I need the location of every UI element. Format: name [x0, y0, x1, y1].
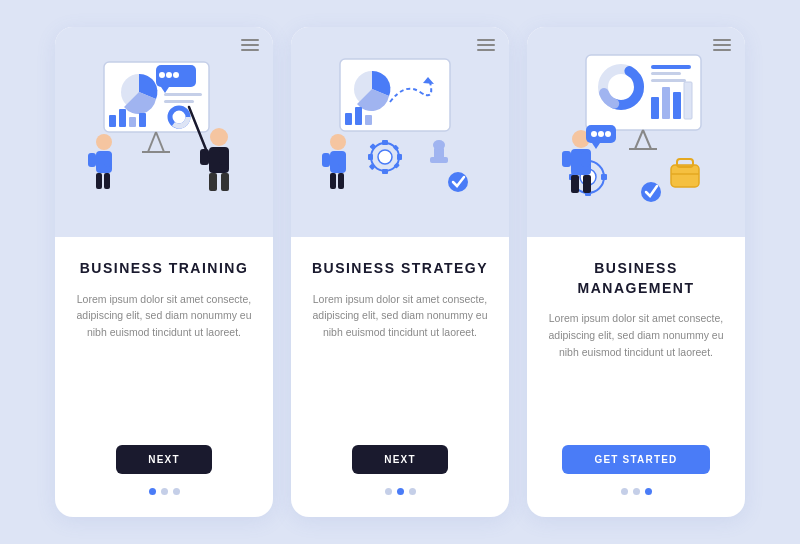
svg-rect-23: [104, 173, 110, 189]
svg-rect-64: [684, 82, 692, 119]
svg-rect-39: [397, 154, 402, 160]
dot-1: [149, 488, 156, 495]
svg-rect-66: [651, 72, 681, 75]
card-training: Business Training Lorem ipsum dolor sit …: [55, 27, 273, 517]
svg-point-18: [96, 134, 112, 150]
svg-point-80: [641, 182, 661, 202]
svg-marker-88: [592, 143, 600, 149]
card-illustration-training: [55, 27, 273, 237]
svg-rect-61: [651, 97, 659, 119]
dot-3: [173, 488, 180, 495]
svg-rect-65: [651, 65, 691, 69]
svg-rect-9: [109, 115, 116, 127]
svg-line-15: [148, 132, 156, 152]
svg-rect-55: [355, 107, 362, 125]
svg-point-90: [598, 131, 604, 137]
dot-2: [397, 488, 404, 495]
dot-3: [409, 488, 416, 495]
svg-point-4: [166, 72, 172, 78]
svg-rect-53: [338, 173, 344, 189]
dots-training: [149, 488, 180, 495]
svg-line-16: [156, 132, 164, 152]
dots-management: [621, 488, 652, 495]
next-button-training[interactable]: Next: [116, 445, 211, 474]
svg-line-69: [643, 130, 651, 149]
svg-rect-8: [164, 100, 194, 103]
svg-point-5: [173, 72, 179, 78]
card-strategy: Business Strategy Lorem ipsum dolor sit …: [291, 27, 509, 517]
svg-point-46: [433, 140, 445, 150]
svg-rect-21: [104, 153, 112, 167]
card-body-management: Business Management Lorem ipsum dolor si…: [527, 237, 745, 517]
get-started-button[interactable]: Get Started: [562, 445, 709, 474]
svg-rect-85: [571, 175, 579, 193]
card-body-strategy: Business Strategy Lorem ipsum dolor sit …: [291, 237, 509, 517]
svg-rect-7: [164, 93, 202, 96]
svg-rect-27: [219, 149, 228, 165]
svg-point-48: [330, 134, 346, 150]
svg-rect-20: [88, 153, 96, 167]
illustration-training: [74, 37, 254, 227]
next-button-strategy[interactable]: Next: [352, 445, 447, 474]
svg-rect-38: [368, 154, 373, 160]
card-desc-training: Lorem ipsum dolor sit amet consecte, adi…: [75, 291, 253, 427]
cards-container: Business Training Lorem ipsum dolor sit …: [35, 7, 765, 537]
svg-rect-62: [662, 87, 670, 119]
card-desc-strategy: Lorem ipsum dolor sit amet consecte, adi…: [311, 291, 489, 427]
svg-rect-77: [671, 165, 699, 187]
svg-rect-28: [209, 173, 217, 191]
svg-rect-11: [129, 117, 136, 127]
card-title-strategy: Business Strategy: [312, 259, 488, 279]
svg-rect-22: [96, 173, 102, 189]
illustration-strategy: [310, 37, 490, 227]
svg-rect-51: [338, 153, 346, 167]
dots-strategy: [385, 488, 416, 495]
card-body-training: Business Training Lorem ipsum dolor sit …: [55, 237, 273, 517]
svg-rect-54: [345, 113, 352, 125]
svg-rect-86: [583, 175, 591, 193]
svg-rect-50: [322, 153, 330, 167]
svg-line-68: [635, 130, 643, 149]
svg-point-47: [448, 172, 468, 192]
svg-point-35: [378, 150, 392, 164]
svg-point-91: [605, 131, 611, 137]
svg-point-24: [210, 128, 228, 146]
svg-point-3: [159, 72, 165, 78]
dot-1: [385, 488, 392, 495]
svg-rect-37: [382, 169, 388, 174]
svg-rect-76: [601, 174, 607, 180]
card-desc-management: Lorem ipsum dolor sit amet consecte, adi…: [547, 310, 725, 427]
dot-2: [633, 488, 640, 495]
svg-rect-52: [330, 173, 336, 189]
menu-icon-3: [713, 39, 731, 51]
svg-rect-29: [221, 173, 229, 191]
svg-rect-63: [673, 92, 681, 119]
svg-rect-84: [581, 151, 590, 167]
dot-1: [621, 488, 628, 495]
menu-icon-2: [477, 39, 495, 51]
card-illustration-management: [527, 27, 745, 237]
svg-rect-56: [365, 115, 372, 125]
svg-rect-36: [382, 140, 388, 145]
svg-rect-10: [119, 109, 126, 127]
menu-icon: [241, 39, 259, 51]
svg-rect-83: [562, 151, 571, 167]
illustration-management: [546, 37, 726, 227]
svg-rect-67: [651, 79, 686, 82]
svg-point-89: [591, 131, 597, 137]
dot-3: [645, 488, 652, 495]
card-management: Business Management Lorem ipsum dolor si…: [527, 27, 745, 517]
card-title-training: Business Training: [80, 259, 249, 279]
dot-2: [161, 488, 168, 495]
card-title-management: Business Management: [547, 259, 725, 298]
card-illustration-strategy: [291, 27, 509, 237]
svg-rect-12: [139, 113, 146, 127]
